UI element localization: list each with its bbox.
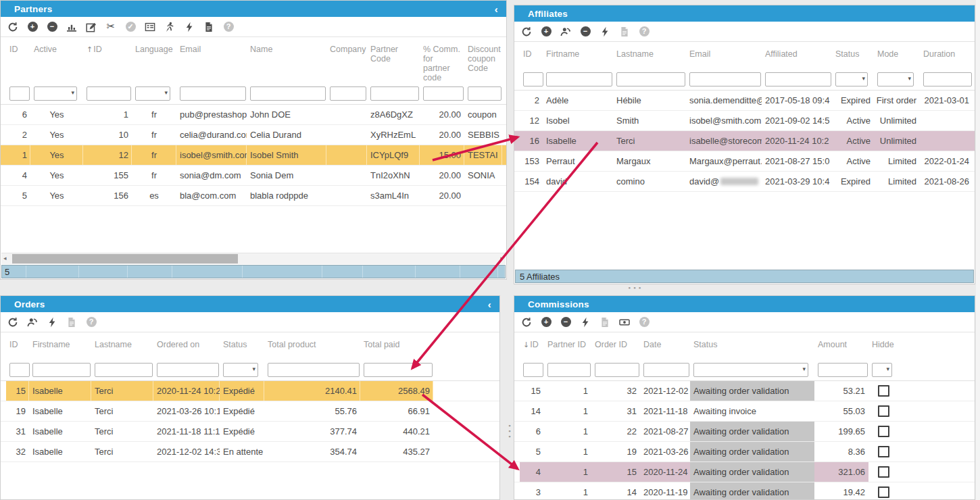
- table-row[interactable]: 1Yes12frisobel@smith.comIsobel SmithICYp…: [1, 145, 506, 166]
- refresh-icon[interactable]: [7, 316, 19, 328]
- table-row[interactable]: 32IsabelleTerci2021-12-02 14:3En attente…: [1, 442, 499, 462]
- check-icon[interactable]: ✓: [124, 21, 137, 33]
- column-header-language[interactable]: Language: [132, 45, 176, 54]
- hidden-checkbox[interactable]: [878, 486, 889, 498]
- column-header-partner-code[interactable]: Partner Code: [367, 45, 420, 64]
- column-header-id[interactable]: ID: [6, 340, 29, 349]
- column-header-status[interactable]: Status: [690, 340, 814, 349]
- column-header-active[interactable]: Active: [30, 45, 83, 54]
- column-header-lastname[interactable]: Lastname: [613, 49, 686, 59]
- document-icon[interactable]: [203, 21, 215, 33]
- refresh-icon[interactable]: [520, 316, 533, 328]
- add-icon[interactable]: +: [26, 21, 39, 33]
- lastname-filter-input[interactable]: [95, 363, 153, 377]
- name-filter-input[interactable]: [250, 86, 326, 101]
- table-row[interactable]: 154davidcominodavid@2021-03-29 10:4Expir…: [514, 172, 975, 192]
- column-header-order-id[interactable]: Order ID: [591, 340, 640, 349]
- chart-icon[interactable]: [66, 21, 78, 33]
- column-header-lastname[interactable]: Lastname: [91, 340, 153, 349]
- status-filter-select[interactable]: ▾: [693, 363, 808, 377]
- add-icon[interactable]: +: [540, 316, 552, 328]
- scroll-left-arrow[interactable]: ◂: [3, 255, 7, 261]
- help-icon[interactable]: ?: [222, 21, 235, 33]
- column-header-id[interactable]: ↑ID: [83, 45, 132, 55]
- column-header-id[interactable]: ID: [520, 49, 543, 59]
- lastname-filter-input[interactable]: [616, 72, 685, 86]
- active-filter-select[interactable]: ▾: [34, 86, 77, 101]
- hidden-checkbox[interactable]: [878, 446, 889, 457]
- email-filter-input[interactable]: [180, 86, 246, 101]
- horizontal-scrollbar[interactable]: ◂ ▸: [1, 253, 506, 264]
- id-filter-input[interactable]: [87, 86, 131, 101]
- scissors-icon[interactable]: ✂: [105, 21, 117, 33]
- table-row[interactable]: 2AdèleHébilesonia.demenditte@sto2017-05-…: [514, 91, 975, 111]
- column-header-total-product[interactable]: Total product: [264, 340, 360, 349]
- table-row[interactable]: 31142020-11-19Awaiting order validation1…: [514, 482, 975, 500]
- id-filter-input[interactable]: [9, 363, 30, 377]
- mode-filter-select[interactable]: ▾: [877, 72, 914, 86]
- collapse-panel-button[interactable]: ‹: [488, 299, 491, 309]
- amount-filter-input[interactable]: [818, 363, 868, 377]
- horizontal-resize-handle[interactable]: ∙∙∙: [627, 284, 643, 291]
- table-row[interactable]: 2Yes10frcelia@durand.comCelia DurandXyRH…: [1, 125, 506, 145]
- column-header-name[interactable]: Name: [247, 45, 326, 54]
- column-header-duration[interactable]: Duration: [920, 49, 973, 59]
- table-row[interactable]: 4Yes155frsonia@dm.comSonia DemTnI2oXhN20…: [1, 166, 506, 186]
- company-filter-input[interactable]: [330, 86, 366, 101]
- column-header-email[interactable]: Email: [686, 49, 762, 59]
- table-row[interactable]: 51192021-03-26Awaiting order validation8…: [514, 442, 975, 462]
- runner-icon[interactable]: [164, 21, 176, 33]
- bolt-icon[interactable]: [579, 316, 591, 328]
- partner-code-filter-input[interactable]: [370, 86, 419, 101]
- document-icon[interactable]: [618, 26, 631, 38]
- column-header-id[interactable]: ID: [6, 45, 30, 54]
- column-header-email[interactable]: Email: [176, 45, 247, 54]
- table-row[interactable]: 151322021-12-02Awaiting order validation…: [514, 381, 975, 401]
- bolt-icon[interactable]: [183, 21, 195, 33]
- hidden-checkbox[interactable]: [878, 405, 889, 417]
- column-header-firstname[interactable]: Firstname: [29, 340, 91, 349]
- person-sync-icon[interactable]: [560, 26, 572, 38]
- column-header-id[interactable]: ↓ID: [520, 340, 544, 350]
- column-header-status[interactable]: Status: [832, 49, 874, 59]
- discount-coupon-code-filter-input[interactable]: [468, 86, 501, 101]
- remove-icon[interactable]: −: [560, 316, 572, 328]
- help-icon[interactable]: ?: [85, 316, 97, 328]
- column-header-hidde[interactable]: Hidde: [868, 340, 898, 349]
- column-header-comm-for-partner-code[interactable]: % Comm. for partner code: [420, 45, 464, 82]
- partner-id-filter-input[interactable]: [547, 363, 591, 377]
- language-filter-select[interactable]: ▾: [135, 86, 170, 101]
- firstname-filter-input[interactable]: [32, 363, 91, 377]
- table-row[interactable]: 16IsabelleTerciisabelle@storecomma2020-1…: [514, 131, 975, 151]
- money-icon[interactable]: [618, 316, 631, 328]
- collapse-panel-button[interactable]: ‹: [495, 4, 498, 14]
- edit-icon[interactable]: [85, 21, 97, 33]
- hidden-checkbox[interactable]: [878, 466, 889, 478]
- hidde-filter-select[interactable]: ▾: [872, 363, 892, 377]
- table-row[interactable]: 41152020-11-24Awaiting order validation3…: [514, 462, 975, 482]
- column-header-mode[interactable]: Mode: [874, 49, 920, 59]
- add-icon[interactable]: +: [540, 26, 552, 38]
- status-filter-select[interactable]: ▾: [835, 72, 868, 86]
- email-filter-input[interactable]: [689, 72, 761, 86]
- remove-icon[interactable]: −: [579, 26, 591, 38]
- column-header-firtname[interactable]: Firtname: [543, 49, 613, 59]
- firtname-filter-input[interactable]: [546, 72, 612, 86]
- table-row[interactable]: 15IsabelleTerci2020-11-24 10:2Expédié214…: [1, 381, 499, 401]
- table-row[interactable]: 153PerrautMargauxMargaux@perraut.cor2021…: [514, 151, 975, 172]
- column-header-total-paid[interactable]: Total paid: [360, 340, 433, 349]
- id-filter-input[interactable]: [523, 72, 543, 86]
- hidden-checkbox[interactable]: [878, 426, 889, 437]
- table-row[interactable]: 19IsabelleTerci2021-03-26 10:1Expédié55.…: [1, 401, 499, 422]
- scrollbar-thumb[interactable]: [12, 254, 238, 264]
- refresh-icon[interactable]: [520, 26, 533, 38]
- column-header-amount[interactable]: Amount: [814, 340, 868, 349]
- hidden-checkbox[interactable]: [878, 385, 889, 397]
- bolt-icon[interactable]: [599, 26, 611, 38]
- bolt-icon[interactable]: [46, 316, 58, 328]
- table-row[interactable]: 141312021-11-18Awaiting invoice55.03: [514, 401, 975, 422]
- help-icon[interactable]: ?: [638, 316, 650, 328]
- column-header-date[interactable]: Date: [640, 340, 690, 349]
- date-filter-input[interactable]: [643, 363, 689, 377]
- table-row[interactable]: 12IsobelSmithisobel@smith.com2021-09-02 …: [514, 111, 975, 131]
